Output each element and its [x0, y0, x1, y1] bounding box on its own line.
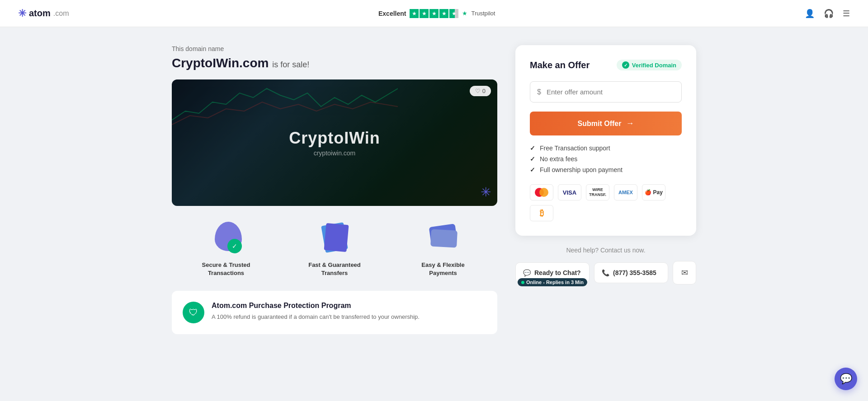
online-badge: Online - Replies in 3 Min	[518, 278, 587, 286]
logo[interactable]: ✳ atom.com	[18, 8, 69, 19]
submit-offer-label: Submit Offer	[578, 120, 622, 128]
feature-secure-label: Secure & Trusted Transactions	[192, 261, 260, 277]
support-icon[interactable]: 🎧	[824, 9, 834, 19]
chat-label: Ready to Chat?	[534, 269, 581, 276]
phone-icon: 📞	[602, 269, 609, 276]
phone-label: (877) 355-3585	[613, 269, 656, 276]
domain-image: CryptoIWin cryptoiwin.com ✳	[172, 79, 497, 206]
phone-button[interactable]: 📞 (877) 355-3585	[594, 262, 668, 283]
favorite-count: 0	[482, 88, 486, 94]
feature-secure: ✓ Secure & Trusted Transactions	[192, 219, 260, 277]
submit-offer-button[interactable]: Submit Offer →	[530, 112, 682, 135]
payment-wire: WIRETRANSF.	[586, 184, 609, 200]
secure-icon: ✓	[210, 222, 242, 253]
star-2: ★	[420, 9, 429, 18]
payment-amex: AMEX	[614, 184, 637, 200]
payment-applepay: 🍎 Pay	[642, 184, 665, 200]
benefit-label-2: No extra fees	[540, 155, 577, 163]
protection-box: 🛡 Atom.com Purchase Protection Program A…	[172, 291, 497, 334]
offer-panel: Make an Offer ✓ Verified Domain $ Submit…	[515, 45, 696, 236]
favorite-button[interactable]: ♡ 0	[470, 86, 491, 96]
menu-icon[interactable]: ☰	[843, 9, 850, 19]
check-icon-2: ✓	[530, 155, 535, 163]
atom-logo-icon: ✳	[18, 8, 26, 19]
feature-payments: Easy & Flexible Payments	[409, 219, 477, 277]
domain-subtitle: This domain name	[172, 45, 497, 52]
verified-dot: ✓	[622, 61, 629, 69]
domain-image-wrap: ♡ 0 CryptoIWin cryptoiwin.com ✳	[172, 79, 497, 206]
payment-mastercard	[530, 184, 553, 200]
feature-fast: Fast & Guaranteed Transfers	[301, 219, 368, 277]
protection-title: Atom.com Purchase Protection Program	[212, 302, 420, 310]
feature-fast-label: Fast & Guaranteed Transfers	[301, 261, 368, 277]
email-icon: ✉	[681, 268, 688, 278]
verified-label: Verified Domain	[632, 62, 676, 69]
offer-amount-input[interactable]	[530, 81, 682, 103]
chat-button[interactable]: 💬 Ready to Chat? Online - Replies in 3 M…	[515, 262, 590, 283]
email-button[interactable]: ✉	[673, 261, 696, 284]
domain-atom-logo: ✳	[481, 185, 491, 200]
offer-title: Make an Offer	[530, 60, 590, 70]
star-5-half: ★	[449, 9, 458, 18]
image-domain-url: cryptoiwin.com	[289, 149, 380, 157]
for-sale-label: is for sale!	[272, 60, 309, 69]
currency-symbol: $	[537, 88, 541, 96]
protection-content: Atom.com Purchase Protection Program A 1…	[212, 302, 420, 322]
payment-visa: VISA	[558, 184, 581, 200]
benefit-label-1: Free Transaction support	[540, 145, 610, 152]
trustpilot-rating: Excellent	[378, 10, 406, 17]
star-1: ★	[410, 9, 419, 18]
trustpilot-section: Excellent ★ ★ ★ ★ ★ ★ Trustpilot	[378, 9, 495, 18]
features-row: ✓ Secure & Trusted Transactions Fast & G…	[172, 219, 497, 277]
left-column: This domain name CryptoIWin.com is for s…	[172, 45, 497, 334]
benefit-item-1: ✓ Free Transaction support	[530, 145, 682, 152]
help-text: Need help? Contact us now.	[515, 247, 696, 254]
book-shape-2	[324, 223, 349, 252]
heart-icon: ♡	[475, 88, 481, 94]
domain-title: CryptoIWin.com is for sale!	[172, 56, 497, 70]
shield-check: ✓	[227, 239, 242, 253]
user-icon[interactable]: 👤	[805, 9, 815, 19]
benefit-item-3: ✓ Full ownership upon payment	[530, 166, 682, 173]
feature-payments-icon-wrap	[425, 219, 461, 256]
trustpilot-label: Trustpilot	[471, 10, 495, 17]
payment-bitcoin: ₿	[530, 205, 553, 221]
online-dot	[521, 281, 524, 284]
check-icon-3: ✓	[530, 166, 535, 173]
live-chat-icon: 💬	[840, 373, 852, 385]
main-container: This domain name CryptoIWin.com is for s…	[163, 27, 705, 352]
protection-icon: 🛡	[183, 302, 204, 323]
payment-methods: VISA WIRETRANSF. AMEX 🍎 Pay ₿	[530, 184, 682, 221]
right-column: Make an Offer ✓ Verified Domain $ Submit…	[515, 45, 696, 334]
star-rating: ★ ★ ★ ★ ★	[410, 9, 458, 18]
benefit-label-3: Full ownership upon payment	[540, 166, 623, 173]
offer-header: Make an Offer ✓ Verified Domain	[530, 60, 682, 70]
star-4: ★	[439, 9, 448, 18]
live-chat-bubble[interactable]: 💬	[835, 368, 857, 390]
logo-name: atom	[29, 8, 51, 19]
payment-icon-graphic	[427, 222, 459, 253]
image-content: CryptoIWin cryptoiwin.com	[289, 129, 380, 157]
star-3: ★	[429, 9, 439, 18]
verified-badge: ✓ Verified Domain	[617, 60, 682, 70]
image-domain-title: CryptoIWin	[289, 129, 380, 148]
feature-payments-label: Easy & Flexible Payments	[409, 261, 477, 277]
benefits-list: ✓ Free Transaction support ✓ No extra fe…	[530, 145, 682, 173]
main-header: ✳ atom.com Excellent ★ ★ ★ ★ ★ ★ Trustpi…	[0, 0, 868, 27]
feature-secure-icon-wrap: ✓	[208, 219, 244, 256]
offer-input-wrap: $	[530, 81, 682, 103]
online-status: Online - Replies in 3 Min	[526, 280, 584, 285]
benefit-item-2: ✓ No extra fees	[530, 155, 682, 163]
header-actions: 👤 🎧 ☰	[805, 9, 850, 19]
svg-point-1	[539, 188, 548, 197]
logo-suffix: .com	[53, 9, 69, 18]
feature-fast-icon-wrap	[316, 219, 353, 256]
trustpilot-icon: ★	[462, 10, 467, 17]
card-shape-2	[430, 229, 458, 248]
chat-icon: 💬	[523, 269, 531, 276]
fast-icon	[319, 222, 350, 253]
domain-name: CryptoIWin.com	[172, 56, 269, 70]
submit-arrow-icon: →	[626, 119, 634, 128]
check-icon-1: ✓	[530, 145, 535, 152]
contact-row: 💬 Ready to Chat? Online - Replies in 3 M…	[515, 261, 696, 284]
